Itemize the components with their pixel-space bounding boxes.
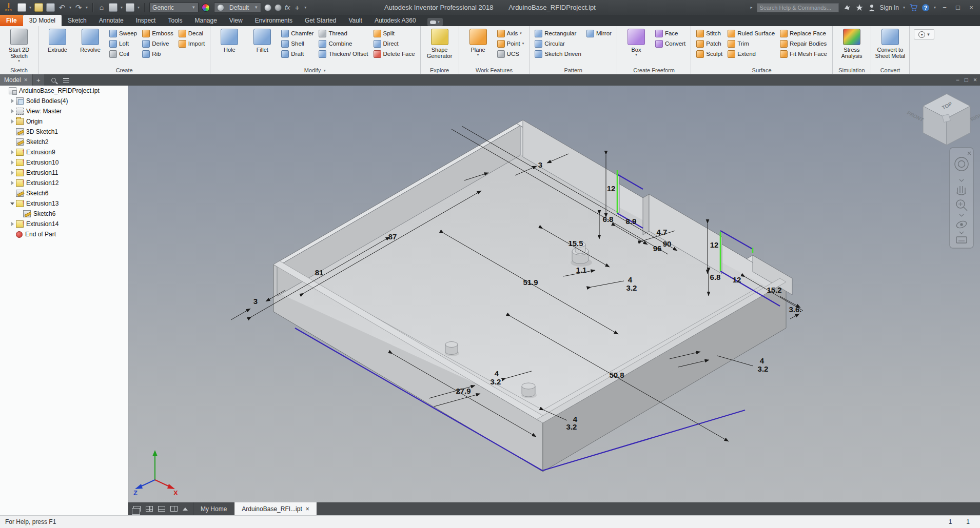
view-capture-dropdown-icon[interactable]: ▾ xyxy=(121,5,123,10)
draft-button[interactable]: Draft xyxy=(279,49,316,59)
dimension-label[interactable]: 4 xyxy=(760,356,765,365)
close-icon[interactable]: × xyxy=(24,76,28,84)
tab-autodesk-a360[interactable]: Autodesk A360 xyxy=(368,15,422,26)
stress-analysis-button[interactable]: Stress Analysis xyxy=(836,28,868,59)
split-button[interactable]: Split xyxy=(371,28,417,38)
parameters-fx-icon[interactable]: fx xyxy=(285,4,290,11)
expand-right-icon[interactable] xyxy=(9,171,15,175)
sign-in-button[interactable]: Sign In xyxy=(880,4,899,11)
tree-item-sketch2[interactable]: Sketch2 xyxy=(0,137,128,147)
expand-down-icon[interactable] xyxy=(9,202,15,205)
undo-dropdown-icon[interactable]: ▾ xyxy=(69,5,71,10)
search-input[interactable] xyxy=(757,3,839,12)
dimension-label[interactable]: 1.1 xyxy=(576,266,587,274)
repair-bodies-button[interactable]: Repair Bodies xyxy=(778,38,829,49)
material-select[interactable]: Generic▼ xyxy=(149,3,199,12)
tab-environments[interactable]: Environments xyxy=(249,15,299,26)
derive-button[interactable]: Derive xyxy=(140,38,175,49)
axis-button[interactable]: Axis▾ xyxy=(495,28,526,38)
expand-right-icon[interactable] xyxy=(9,109,15,113)
dimension-label[interactable]: 12 xyxy=(710,240,719,249)
expand-right-icon[interactable] xyxy=(9,150,15,154)
tree-item-extrusion9[interactable]: Extrusion9 xyxy=(0,147,128,157)
help-icon[interactable]: ? xyxy=(922,4,930,12)
dimension-label[interactable]: 12 xyxy=(733,275,741,284)
dimension-label[interactable]: 3 xyxy=(253,297,258,306)
boss-stud[interactable] xyxy=(521,383,537,398)
user-icon[interactable] xyxy=(868,4,876,12)
tile-horizontal-icon[interactable] xyxy=(158,506,165,512)
tree-item-extrusion12[interactable]: Extrusion12 xyxy=(0,178,128,188)
tree-item-solid-bodies-4[interactable]: Solid Bodies(4) xyxy=(0,96,128,106)
sculpt-button[interactable]: Sculpt xyxy=(694,49,724,59)
store-cart-icon[interactable] xyxy=(909,4,917,12)
redo-dropdown-icon[interactable]: ▾ xyxy=(86,5,88,10)
tab-inspect[interactable]: Inspect xyxy=(130,15,162,26)
dimension-label[interactable]: 4.7 xyxy=(657,228,668,236)
close-icon[interactable]: × xyxy=(306,505,309,513)
dimension-label[interactable]: 81 xyxy=(315,268,324,277)
tree-item-extrusion10[interactable]: Extrusion10 xyxy=(0,157,128,168)
shape-generator-button[interactable]: Shape Generator xyxy=(424,28,456,59)
rectangular-button[interactable]: Rectangular xyxy=(533,28,583,38)
ribbon-collapse-button[interactable]: ▼▾ xyxy=(914,29,934,39)
search-expand-icon[interactable]: ▸ xyxy=(751,5,753,10)
new-file-dropdown-icon[interactable]: ▾ xyxy=(29,5,31,10)
dimension-label[interactable]: 15.2 xyxy=(767,286,781,294)
clear-appearance-icon[interactable] xyxy=(275,4,282,11)
emboss-button[interactable]: Emboss xyxy=(140,28,175,38)
extend-button[interactable]: Extend xyxy=(726,49,777,59)
expand-tabs-icon[interactable] xyxy=(183,507,188,511)
material-browser-dropdown-icon[interactable]: ▾ xyxy=(138,5,140,10)
face-button[interactable]: Face xyxy=(653,28,688,38)
expand-right-icon[interactable] xyxy=(9,99,15,103)
trim-button[interactable]: Trim xyxy=(726,38,777,49)
replace-face-button[interactable]: Replace Face xyxy=(778,28,829,38)
shell-button[interactable]: Shell xyxy=(279,38,316,49)
ucs-button[interactable]: UCS xyxy=(495,49,526,59)
convert-button[interactable]: Convert xyxy=(653,38,688,49)
add-browser-tab-button[interactable]: + xyxy=(33,74,44,86)
ruled-surface-button[interactable]: Ruled Surface xyxy=(726,28,777,38)
thicken-offset-button[interactable]: Thicken/ Offset xyxy=(317,49,370,59)
dimension-label[interactable]: 27.9 xyxy=(456,387,471,395)
circular-button[interactable]: Circular xyxy=(533,38,583,49)
delete-face-button[interactable]: Delete Face xyxy=(371,49,417,59)
dimension-label[interactable]: 3 xyxy=(538,160,542,169)
home-view-icon[interactable]: ⌂ xyxy=(97,3,106,12)
sketch-driven-button[interactable]: Sketch Driven xyxy=(533,49,583,59)
tree-item-extrusion14[interactable]: Extrusion14 xyxy=(0,219,128,229)
expand-right-icon[interactable] xyxy=(9,119,15,124)
expand-right-icon[interactable] xyxy=(9,222,15,226)
maximize-button[interactable]: □ xyxy=(953,4,963,11)
browser-tab-model[interactable]: Model× xyxy=(0,74,32,86)
thread-button[interactable]: Thread xyxy=(317,28,370,38)
tab-manage[interactable]: Manage xyxy=(188,15,223,26)
new-file-icon[interactable] xyxy=(17,3,26,12)
open-file-icon[interactable] xyxy=(34,3,43,12)
material-browser-icon[interactable] xyxy=(126,3,134,12)
tree-item-arduinobase-rfidproject-ipt[interactable]: ArduinoBase_RFIDProject.ipt xyxy=(0,86,128,96)
tab-view[interactable]: View xyxy=(223,15,249,26)
revolve-button[interactable]: Revolve xyxy=(74,28,106,53)
tree-item-view-master[interactable]: View: Master xyxy=(0,106,128,116)
convert-to-sheet-metal-button[interactable]: Convert to Sheet Metal xyxy=(874,28,906,59)
dimension-label[interactable]: 4 xyxy=(628,275,633,284)
dimension-label[interactable]: 51.9 xyxy=(523,278,538,287)
color-wheel-icon[interactable] xyxy=(202,4,210,12)
browser-search-icon[interactable] xyxy=(51,78,56,83)
decal-button[interactable]: Decal xyxy=(177,28,207,38)
dimension-label[interactable]: 4 xyxy=(495,369,499,378)
dimension-label[interactable]: 3.2 xyxy=(491,377,501,386)
dimension-label[interactable]: 3.6. xyxy=(789,305,801,314)
dimension-label[interactable]: 6.8 xyxy=(710,273,721,281)
tree-item-extrusion11[interactable]: Extrusion11 xyxy=(0,168,128,178)
sweep-button[interactable]: Sweep xyxy=(107,28,139,38)
extrude-button[interactable]: Extrude xyxy=(42,28,73,53)
doc-tab-my-home[interactable]: My Home xyxy=(193,502,234,515)
doc-minimize-button[interactable]: − xyxy=(956,76,959,84)
fit-mesh-face-button[interactable]: Fit Mesh Face xyxy=(778,49,829,59)
rib-button[interactable]: Rib xyxy=(140,49,175,59)
dimension-label[interactable]: 8.9 xyxy=(626,217,637,226)
tab-sketch[interactable]: Sketch xyxy=(62,15,93,26)
